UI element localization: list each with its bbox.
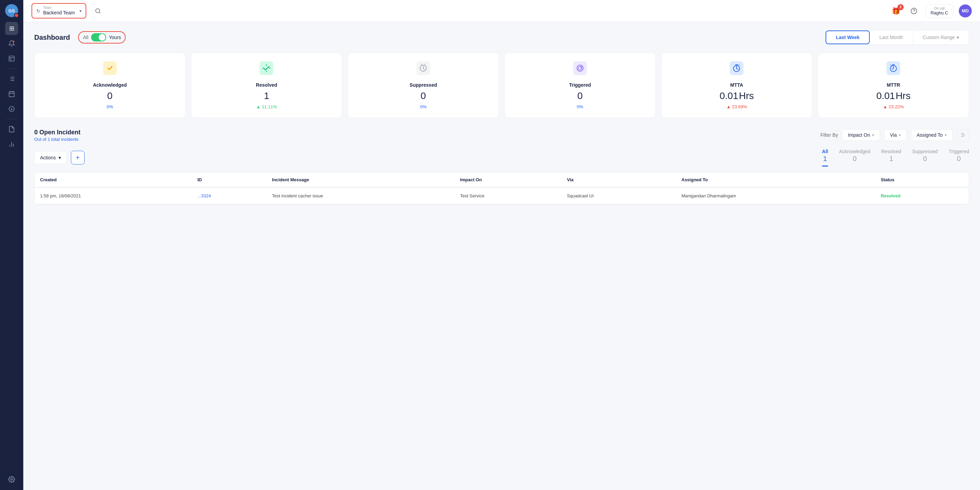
stat-label-mtta: MTTA (730, 82, 743, 88)
svg-rect-8 (9, 91, 14, 97)
col-header-assigned-to: Assigned To (676, 172, 875, 187)
incidents-table-wrapper: Created ID Incident Message Impact On Vi… (34, 172, 969, 204)
stat-change-resolved: 11.11% (256, 104, 277, 109)
sidebar-item-reports[interactable] (5, 52, 18, 65)
gift-button[interactable]: 🎁 3 (890, 5, 902, 17)
via-chevron-icon: ▾ (899, 133, 901, 137)
cell-status: Resolved (875, 187, 969, 204)
add-incident-button[interactable]: + (71, 151, 84, 164)
stat-change-triggered: 0% (577, 104, 583, 109)
svg-rect-20 (103, 61, 117, 75)
incidents-toolbar: Actions ▾ + All 1 Acknowledged 0 Resolve… (34, 149, 969, 166)
incidents-header: 0 Open Incident Out of 1 total incidents… (34, 129, 969, 142)
stat-change-mttr: 23.22% (883, 104, 904, 109)
actions-button[interactable]: Actions ▾ (34, 151, 67, 164)
stat-label-resolved: Resolved (256, 82, 277, 88)
sidebar-item-alerts[interactable] (5, 37, 18, 50)
custom-range-button[interactable]: Custom Range ▾ (913, 30, 969, 44)
refresh-icon: ↻ (36, 8, 40, 14)
stat-value-suppressed: 0 (420, 91, 426, 101)
stat-card-mttr: MTTR 0.01 Hrs 23.22% (818, 53, 969, 118)
avatar[interactable]: GS (5, 4, 18, 17)
stat-value-resolved: 1 (264, 91, 269, 101)
incidents-subtitle: Out of 1 total incidents (34, 137, 81, 142)
stat-card-mtta: MTTA 0.01 Hrs 23.69% (661, 53, 813, 118)
filter-by-label: Filter By (821, 132, 838, 138)
team-chevron-icon: ▾ (80, 8, 81, 13)
stat-unit-mttr: Hrs (896, 91, 911, 101)
impact-on-chevron-icon: ▾ (872, 133, 874, 137)
toggle-all-label: All (83, 35, 88, 40)
tab-triggered[interactable]: Triggered 0 (949, 149, 969, 166)
oncall-label: On call (931, 6, 948, 10)
filter-icon-button[interactable] (957, 129, 969, 141)
svg-point-0 (13, 41, 14, 43)
stat-change-acknowledged: 0% (107, 104, 113, 109)
cell-assigned-to: Manigandan Dharmalingam (676, 187, 875, 204)
impact-on-filter[interactable]: Impact On ▾ (842, 129, 880, 141)
tab-acknowledged[interactable]: Acknowledged 0 (839, 149, 870, 166)
last-month-button[interactable]: Last Month (870, 30, 913, 44)
time-range-group: Last Week Last Month Custom Range ▾ (825, 30, 969, 45)
stat-label-suppressed: Suppressed (409, 82, 437, 88)
sidebar-item-incidents[interactable] (5, 102, 18, 115)
sidebar-item-list[interactable] (5, 72, 18, 85)
sidebar-divider-1 (6, 69, 17, 69)
team-selector[interactable]: ↻ Team Backend Team ▾ (32, 3, 86, 19)
col-header-created: Created (35, 172, 192, 187)
col-header-message: Incident Message (266, 172, 454, 187)
triggered-icon (573, 61, 587, 78)
incidents-tab-group: All 1 Acknowledged 0 Resolved 1 Suppress… (822, 149, 969, 166)
tab-all[interactable]: All 1 (822, 149, 828, 166)
stat-card-acknowledged: Acknowledged 0 0% (34, 53, 186, 118)
sidebar-item-analytics[interactable] (5, 138, 18, 151)
filter-row: Filter By Impact On ▾ Via ▾ Assigned To … (821, 129, 969, 141)
sidebar-item-dashboard[interactable]: ⊞ (5, 22, 18, 35)
sidebar-item-calendar[interactable] (5, 88, 18, 101)
assigned-to-filter[interactable]: Assigned To ▾ (911, 129, 953, 141)
tab-suppressed[interactable]: Suppressed 0 (912, 149, 938, 166)
content-area: Dashboard All Yours Last Week Last Month… (23, 22, 980, 490)
user-avatar[interactable]: MD (959, 5, 972, 18)
topnav: ↻ Team Backend Team ▾ 🎁 3 On call Raghu … (23, 0, 980, 22)
avatar-badge (14, 13, 19, 18)
stat-label-triggered: Triggered (569, 82, 591, 88)
cell-id[interactable]: ...3324 (192, 187, 266, 204)
via-filter[interactable]: Via ▾ (884, 129, 907, 141)
stat-card-triggered: Triggered 0 0% (504, 53, 656, 118)
tab-resolved[interactable]: Resolved 1 (881, 149, 901, 166)
all-yours-toggle[interactable] (91, 33, 106, 41)
help-button[interactable] (908, 5, 920, 17)
stat-value-mttr: 0.01 (876, 91, 895, 101)
all-yours-toggle-group: All Yours (78, 31, 126, 43)
dashboard-header: Dashboard All Yours Last Week Last Month… (34, 30, 969, 45)
assigned-to-chevron-icon: ▾ (945, 133, 947, 137)
stats-row: Acknowledged 0 0% Resolved 1 11.11% (34, 53, 969, 118)
suppressed-icon (416, 61, 430, 78)
sidebar-item-settings[interactable] (5, 473, 18, 486)
cell-impact-on: Test Service (455, 187, 562, 204)
stat-unit-mtta: Hrs (739, 91, 754, 101)
resolved-icon (259, 61, 273, 78)
svg-rect-21 (259, 61, 273, 75)
search-button[interactable] (92, 5, 104, 17)
cell-created: 1:58 pm, 18/08/2021 (35, 187, 192, 204)
mttr-icon (886, 61, 900, 78)
stat-card-resolved: Resolved 1 11.11% (191, 53, 342, 118)
last-week-button[interactable]: Last Week (826, 30, 870, 44)
incidents-title: 0 Open Incident (34, 129, 81, 136)
cell-message[interactable]: Test incident cacher issue (266, 187, 454, 204)
svg-rect-1 (9, 56, 14, 61)
team-name: Backend Team (43, 10, 75, 15)
sidebar: GS ⊞ (0, 0, 23, 490)
team-label: Team (43, 6, 75, 10)
svg-point-17 (95, 8, 100, 13)
cell-via: Squadcast UI (562, 187, 676, 204)
col-header-status: Status (875, 172, 969, 187)
stat-value-mtta: 0.01 (719, 91, 738, 101)
dashboard-title: Dashboard (34, 34, 70, 41)
sidebar-item-documents[interactable] (5, 123, 18, 136)
col-header-impact-on: Impact On (455, 172, 562, 187)
topnav-right: 🎁 3 On call Raghu C MD (890, 4, 972, 18)
svg-rect-24 (573, 61, 587, 75)
